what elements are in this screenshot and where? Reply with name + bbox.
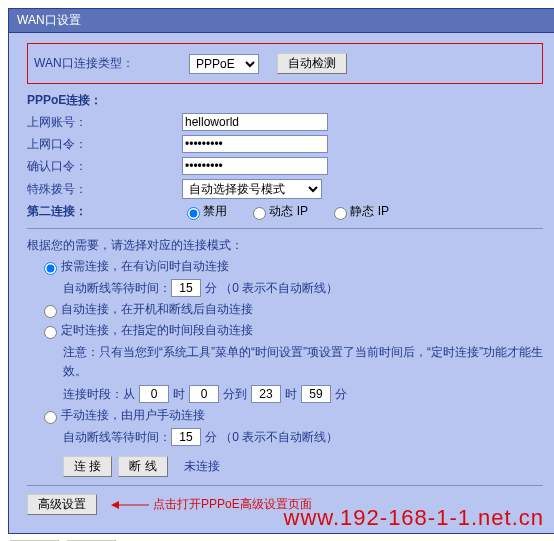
password-label: 上网口令：	[27, 136, 182, 153]
account-input[interactable]	[182, 113, 328, 131]
second-conn-static[interactable]: 静态 IP	[329, 204, 389, 218]
arrow-left-icon	[111, 500, 151, 510]
disconnect-button[interactable]: 断 线	[118, 456, 167, 477]
mode-manual[interactable]: 手动连接，由用户手动连接	[27, 407, 543, 424]
ondemand-wait-suffix: 分 （0 表示不自动断线）	[205, 280, 338, 297]
radio-static[interactable]	[334, 207, 347, 220]
time-to-min[interactable]	[301, 385, 331, 403]
connect-button[interactable]: 连 接	[63, 456, 112, 477]
time-from-hour[interactable]	[139, 385, 169, 403]
special-dial-label: 特殊拨号：	[27, 181, 182, 198]
mode-auto[interactable]: 自动连接，在开机和断线后自动连接	[27, 301, 543, 318]
wan-type-highlight-box: WAN口连接类型： PPPoE 自动检测	[27, 43, 543, 84]
separator-2	[27, 485, 543, 486]
second-conn-disable[interactable]: 禁用	[182, 204, 227, 218]
ondemand-wait-input[interactable]	[171, 279, 201, 297]
confirm-password-input[interactable]	[182, 157, 328, 175]
radio-auto[interactable]	[44, 305, 57, 318]
confirm-password-label: 确认口令：	[27, 158, 182, 175]
auto-detect-button[interactable]: 自动检测	[277, 53, 347, 74]
second-conn-dynamic[interactable]: 动态 IP	[248, 204, 308, 218]
svg-marker-1	[111, 501, 119, 509]
separator	[27, 228, 543, 229]
second-conn-label: 第二连接：	[27, 203, 182, 220]
password-input[interactable]	[182, 135, 328, 153]
radio-manual[interactable]	[44, 411, 57, 424]
mode-ondemand[interactable]: 按需连接，在有访问时自动连接	[27, 258, 543, 275]
wan-type-label: WAN口连接类型：	[34, 55, 189, 72]
mode-timed[interactable]: 定时连接，在指定的时间段自动连接	[27, 322, 543, 339]
radio-ondemand[interactable]	[44, 262, 57, 275]
special-dial-select[interactable]: 自动选择拨号模式	[182, 179, 322, 199]
ondemand-wait-label: 自动断线等待时间：	[63, 280, 171, 297]
manual-wait-input[interactable]	[171, 428, 201, 446]
second-conn-radios: 禁用 动态 IP 静态 IP	[182, 203, 407, 220]
callout: 点击打开PPPoE高级设置页面	[111, 496, 312, 513]
pppoe-section-label: PPPoE连接：	[27, 92, 543, 109]
time-from-min[interactable]	[189, 385, 219, 403]
wan-type-select[interactable]: PPPoE	[189, 54, 259, 74]
account-label: 上网账号：	[27, 114, 182, 131]
time-to-hour[interactable]	[251, 385, 281, 403]
radio-dynamic[interactable]	[253, 207, 266, 220]
manual-wait-label: 自动断线等待时间：	[63, 429, 171, 446]
wan-settings-panel: WAN口设置 WAN口连接类型： PPPoE 自动检测 PPPoE连接： 上网账…	[8, 8, 554, 534]
mode-intro-text: 根据您的需要，请选择对应的连接模式：	[27, 237, 543, 254]
manual-wait-suffix: 分 （0 表示不自动断线）	[205, 429, 338, 446]
radio-timed[interactable]	[44, 326, 57, 339]
radio-disable[interactable]	[187, 207, 200, 220]
panel-content: WAN口连接类型： PPPoE 自动检测 PPPoE连接： 上网账号： 上网口令…	[9, 33, 554, 533]
advanced-settings-button[interactable]: 高级设置	[27, 494, 97, 515]
timed-note: 注意：只有当您到“系统工具”菜单的“时间设置”项设置了当前时间后，“定时连接”功…	[27, 343, 543, 381]
time-range-label: 连接时段：从	[63, 386, 135, 403]
watermark-text: www.192-168-1-1.net.cn	[284, 505, 544, 531]
panel-title: WAN口设置	[9, 9, 554, 33]
connection-status: 未连接	[184, 458, 220, 475]
